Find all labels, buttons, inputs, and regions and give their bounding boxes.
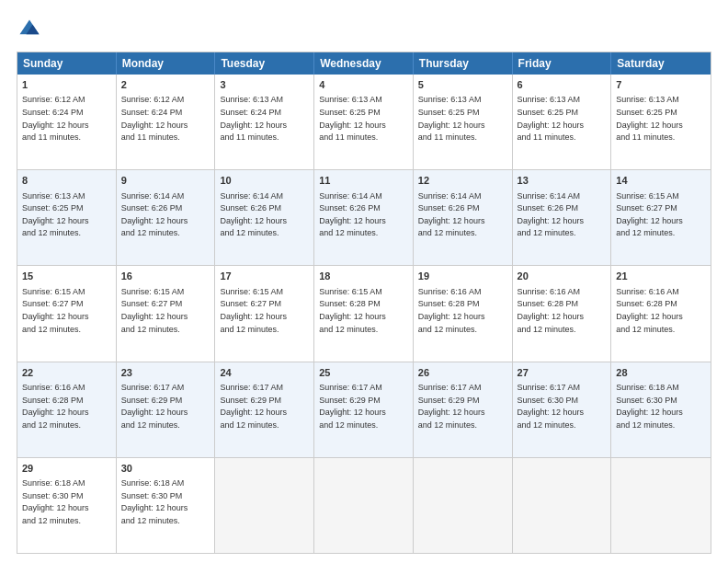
day-number: 4 [319, 78, 408, 92]
day-number: 7 [616, 78, 706, 92]
cal-cell-day-9: 9Sunrise: 6:14 AM Sunset: 6:26 PM Daylig… [117, 170, 216, 265]
day-info: Sunrise: 6:15 AM Sunset: 6:27 PM Dayligh… [220, 287, 287, 334]
day-info: Sunrise: 6:14 AM Sunset: 6:26 PM Dayligh… [319, 191, 386, 238]
day-number: 14 [616, 174, 706, 188]
cal-cell-day-29: 29Sunrise: 6:18 AM Sunset: 6:30 PM Dayli… [17, 458, 117, 553]
calendar-body: 1Sunrise: 6:12 AM Sunset: 6:24 PM Daylig… [17, 75, 711, 553]
calendar-row-4: 22Sunrise: 6:16 AM Sunset: 6:28 PM Dayli… [17, 362, 711, 458]
day-info: Sunrise: 6:18 AM Sunset: 6:30 PM Dayligh… [616, 383, 683, 430]
cal-cell-day-19: 19Sunrise: 6:16 AM Sunset: 6:28 PM Dayli… [414, 266, 513, 361]
cal-cell-day-13: 13Sunrise: 6:14 AM Sunset: 6:26 PM Dayli… [513, 170, 612, 265]
day-number: 8 [22, 174, 111, 188]
calendar-header: SundayMondayTuesdayWednesdayThursdayFrid… [17, 52, 711, 75]
cal-cell-day-15: 15Sunrise: 6:15 AM Sunset: 6:27 PM Dayli… [17, 266, 117, 361]
day-number: 26 [418, 366, 507, 380]
day-info: Sunrise: 6:17 AM Sunset: 6:29 PM Dayligh… [121, 383, 188, 430]
day-number: 29 [22, 462, 111, 476]
day-info: Sunrise: 6:15 AM Sunset: 6:27 PM Dayligh… [121, 287, 188, 334]
cal-cell-empty [314, 458, 414, 553]
day-info: Sunrise: 6:16 AM Sunset: 6:28 PM Dayligh… [616, 287, 683, 334]
cal-cell-day-8: 8Sunrise: 6:13 AM Sunset: 6:25 PM Daylig… [17, 170, 117, 265]
cal-cell-day-26: 26Sunrise: 6:17 AM Sunset: 6:29 PM Dayli… [414, 362, 513, 457]
day-number: 17 [220, 270, 309, 283]
day-info: Sunrise: 6:13 AM Sunset: 6:25 PM Dayligh… [319, 95, 386, 142]
day-number: 2 [121, 78, 210, 92]
day-info: Sunrise: 6:14 AM Sunset: 6:26 PM Dayligh… [518, 191, 585, 238]
day-info: Sunrise: 6:13 AM Sunset: 6:25 PM Dayligh… [616, 95, 683, 142]
logo [17, 17, 46, 42]
cal-cell-day-5: 5Sunrise: 6:13 AM Sunset: 6:25 PM Daylig… [414, 75, 513, 169]
day-number: 9 [121, 174, 210, 188]
day-info: Sunrise: 6:15 AM Sunset: 6:27 PM Dayligh… [616, 191, 683, 238]
day-info: Sunrise: 6:12 AM Sunset: 6:24 PM Dayligh… [121, 95, 188, 142]
cal-header-saturday: Saturday [611, 52, 711, 75]
day-number: 13 [518, 174, 607, 188]
calendar-row-3: 15Sunrise: 6:15 AM Sunset: 6:27 PM Dayli… [17, 266, 711, 362]
day-number: 18 [319, 270, 408, 283]
day-number: 10 [220, 174, 309, 188]
day-number: 21 [616, 270, 706, 283]
day-number: 3 [220, 78, 309, 92]
cal-header-tuesday: Tuesday [215, 52, 314, 75]
cal-cell-day-12: 12Sunrise: 6:14 AM Sunset: 6:26 PM Dayli… [414, 170, 513, 265]
day-info: Sunrise: 6:13 AM Sunset: 6:25 PM Dayligh… [518, 95, 585, 142]
day-info: Sunrise: 6:14 AM Sunset: 6:26 PM Dayligh… [418, 191, 485, 238]
day-info: Sunrise: 6:16 AM Sunset: 6:28 PM Dayligh… [518, 287, 585, 334]
cal-header-wednesday: Wednesday [314, 52, 414, 75]
day-number: 12 [418, 174, 507, 188]
day-number: 24 [220, 366, 309, 380]
day-number: 23 [121, 366, 210, 380]
day-number: 22 [22, 366, 111, 380]
header [17, 17, 711, 42]
cal-cell-day-22: 22Sunrise: 6:16 AM Sunset: 6:28 PM Dayli… [17, 362, 117, 457]
cal-cell-empty [611, 458, 711, 553]
cal-header-sunday: Sunday [17, 52, 117, 75]
cal-cell-day-7: 7Sunrise: 6:13 AM Sunset: 6:25 PM Daylig… [611, 75, 711, 169]
day-info: Sunrise: 6:13 AM Sunset: 6:24 PM Dayligh… [220, 95, 287, 142]
cal-cell-day-23: 23Sunrise: 6:17 AM Sunset: 6:29 PM Dayli… [117, 362, 216, 457]
day-number: 5 [418, 78, 507, 92]
cal-cell-empty [414, 458, 513, 553]
cal-cell-day-10: 10Sunrise: 6:14 AM Sunset: 6:26 PM Dayli… [215, 170, 314, 265]
day-info: Sunrise: 6:13 AM Sunset: 6:25 PM Dayligh… [22, 191, 89, 238]
cal-cell-day-2: 2Sunrise: 6:12 AM Sunset: 6:24 PM Daylig… [117, 75, 216, 169]
cal-cell-day-6: 6Sunrise: 6:13 AM Sunset: 6:25 PM Daylig… [513, 75, 612, 169]
cal-header-thursday: Thursday [414, 52, 513, 75]
cal-cell-day-18: 18Sunrise: 6:15 AM Sunset: 6:28 PM Dayli… [314, 266, 414, 361]
calendar-row-5: 29Sunrise: 6:18 AM Sunset: 6:30 PM Dayli… [17, 458, 711, 553]
day-info: Sunrise: 6:13 AM Sunset: 6:25 PM Dayligh… [418, 95, 485, 142]
day-info: Sunrise: 6:12 AM Sunset: 6:24 PM Dayligh… [22, 95, 89, 142]
logo-icon [17, 17, 42, 42]
day-number: 28 [616, 366, 706, 380]
cal-header-monday: Monday [117, 52, 216, 75]
cal-cell-day-28: 28Sunrise: 6:18 AM Sunset: 6:30 PM Dayli… [611, 362, 711, 457]
day-number: 19 [418, 270, 507, 283]
cal-header-friday: Friday [513, 52, 612, 75]
day-number: 27 [518, 366, 607, 380]
day-info: Sunrise: 6:17 AM Sunset: 6:29 PM Dayligh… [220, 383, 287, 430]
day-info: Sunrise: 6:15 AM Sunset: 6:27 PM Dayligh… [22, 287, 89, 334]
day-info: Sunrise: 6:16 AM Sunset: 6:28 PM Dayligh… [22, 383, 89, 430]
cal-cell-empty [513, 458, 612, 553]
day-info: Sunrise: 6:17 AM Sunset: 6:29 PM Dayligh… [319, 383, 386, 430]
cal-cell-day-21: 21Sunrise: 6:16 AM Sunset: 6:28 PM Dayli… [611, 266, 711, 361]
day-number: 30 [121, 462, 210, 476]
cal-cell-empty [215, 458, 314, 553]
day-number: 25 [319, 366, 408, 380]
cal-cell-day-14: 14Sunrise: 6:15 AM Sunset: 6:27 PM Dayli… [611, 170, 711, 265]
cal-cell-day-24: 24Sunrise: 6:17 AM Sunset: 6:29 PM Dayli… [215, 362, 314, 457]
day-info: Sunrise: 6:18 AM Sunset: 6:30 PM Dayligh… [121, 478, 188, 525]
day-info: Sunrise: 6:17 AM Sunset: 6:29 PM Dayligh… [418, 383, 485, 430]
cal-cell-day-20: 20Sunrise: 6:16 AM Sunset: 6:28 PM Dayli… [513, 266, 612, 361]
day-number: 20 [518, 270, 607, 283]
cal-cell-day-17: 17Sunrise: 6:15 AM Sunset: 6:27 PM Dayli… [215, 266, 314, 361]
day-number: 6 [518, 78, 607, 92]
cal-cell-day-30: 30Sunrise: 6:18 AM Sunset: 6:30 PM Dayli… [117, 458, 216, 553]
cal-cell-day-16: 16Sunrise: 6:15 AM Sunset: 6:27 PM Dayli… [117, 266, 216, 361]
day-number: 1 [22, 78, 111, 92]
page: SundayMondayTuesdayWednesdayThursdayFrid… [0, 0, 728, 563]
calendar-row-1: 1Sunrise: 6:12 AM Sunset: 6:24 PM Daylig… [17, 75, 711, 170]
calendar: SundayMondayTuesdayWednesdayThursdayFrid… [17, 52, 711, 554]
day-number: 16 [121, 270, 210, 283]
cal-cell-day-3: 3Sunrise: 6:13 AM Sunset: 6:24 PM Daylig… [215, 75, 314, 169]
